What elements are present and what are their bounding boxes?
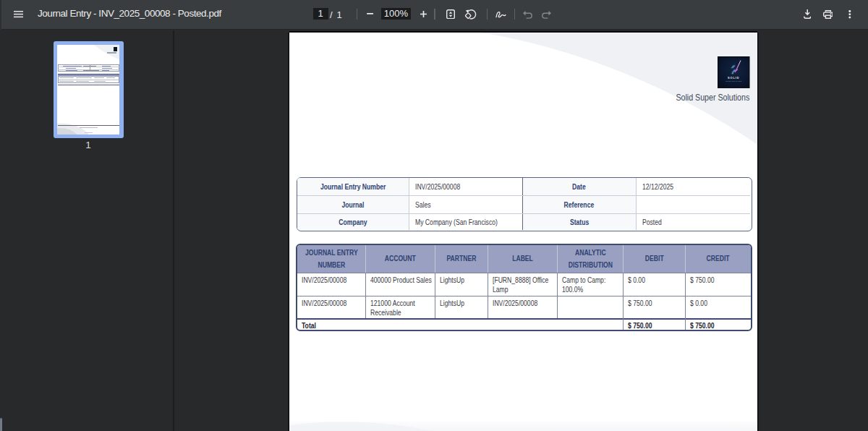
svg-text:SUPER SOLUTIONS: SUPER SOLUTIONS (726, 80, 742, 82)
